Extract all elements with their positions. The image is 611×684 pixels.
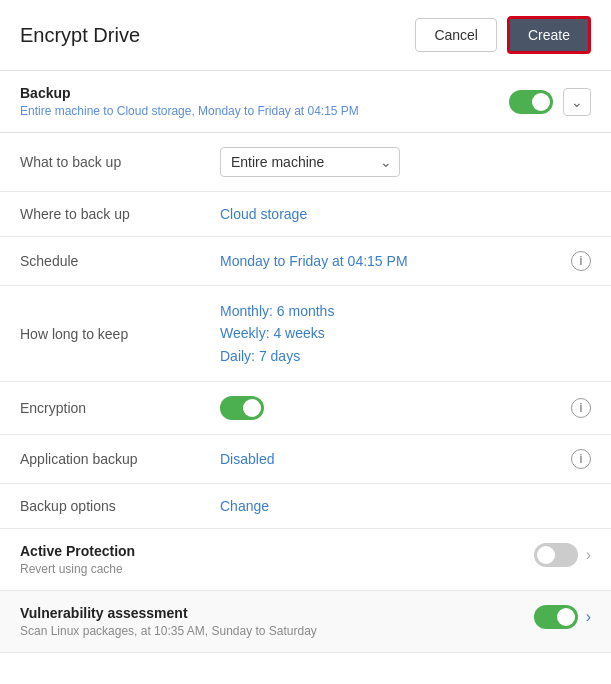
active-protection-chevron-right-icon[interactable]: › xyxy=(586,546,591,564)
active-protection-section: Active Protection Revert using cache › xyxy=(0,529,611,591)
retention-weekly: Weekly: 4 weeks xyxy=(220,322,591,344)
where-to-back-up-label: Where to back up xyxy=(20,206,220,222)
what-to-back-up-label: What to back up xyxy=(20,154,220,170)
active-protection-toggle[interactable] xyxy=(534,543,578,567)
encryption-label: Encryption xyxy=(20,400,220,416)
application-backup-value[interactable]: Disabled xyxy=(220,451,561,467)
backup-title: Backup xyxy=(20,85,359,101)
cancel-button[interactable]: Cancel xyxy=(415,18,497,52)
application-backup-right: Disabled i xyxy=(220,449,591,469)
backup-options-value[interactable]: Change xyxy=(220,498,591,514)
vulnerability-right: › xyxy=(534,605,591,629)
create-button[interactable]: Create xyxy=(507,16,591,54)
encryption-right: i xyxy=(220,396,591,420)
schedule-label: Schedule xyxy=(20,253,220,269)
vulnerability-header: Vulnerability assessment Scan Linux pack… xyxy=(20,605,591,638)
application-backup-row: Application backup Disabled i xyxy=(0,435,611,484)
active-protection-text: Active Protection Revert using cache xyxy=(20,543,135,576)
how-long-to-keep-label: How long to keep xyxy=(20,326,220,342)
header: Encrypt Drive Cancel Create xyxy=(0,0,611,71)
active-protection-header: Active Protection Revert using cache › xyxy=(20,543,591,576)
header-actions: Cancel Create xyxy=(415,16,591,54)
active-protection-title: Active Protection xyxy=(20,543,135,559)
backup-subtitle: Entire machine to Cloud storage, Monday … xyxy=(20,104,359,118)
backup-toggle-slider xyxy=(509,90,553,114)
retention-monthly: Monthly: 6 months xyxy=(220,300,591,322)
application-backup-label: Application backup xyxy=(20,451,220,467)
backup-expand-button[interactable]: ⌄ xyxy=(563,88,591,116)
where-to-back-up-row: Where to back up Cloud storage xyxy=(0,192,611,237)
how-long-to-keep-row: How long to keep Monthly: 6 months Weekl… xyxy=(0,286,611,382)
where-to-back-up-value[interactable]: Cloud storage xyxy=(220,206,591,222)
application-backup-info-icon[interactable]: i xyxy=(571,449,591,469)
active-protection-subtitle: Revert using cache xyxy=(20,562,135,576)
vulnerability-section: Vulnerability assessment Scan Linux pack… xyxy=(0,591,611,653)
vulnerability-subtitle: Scan Linux packages, at 10:35 AM, Sunday… xyxy=(20,624,317,638)
backup-section-left: Backup Entire machine to Cloud storage, … xyxy=(20,85,359,118)
vulnerability-title: Vulnerability assessment xyxy=(20,605,317,621)
what-to-back-up-value: Entire machine Files/Folders System Stat… xyxy=(220,147,591,177)
encryption-toggle[interactable] xyxy=(220,396,264,420)
vulnerability-chevron-right-icon[interactable]: › xyxy=(586,608,591,626)
backup-toggle[interactable] xyxy=(509,90,553,114)
vulnerability-toggle[interactable] xyxy=(534,605,578,629)
schedule-value[interactable]: Monday to Friday at 04:15 PM xyxy=(220,253,561,269)
chevron-down-icon: ⌄ xyxy=(571,94,583,110)
backup-options-row: Backup options Change xyxy=(0,484,611,529)
what-to-back-up-select-wrapper: Entire machine Files/Folders System Stat… xyxy=(220,147,400,177)
schedule-right: Monday to Friday at 04:15 PM i xyxy=(220,251,591,271)
backup-options-label: Backup options xyxy=(20,498,220,514)
what-to-back-up-row: What to back up Entire machine Files/Fol… xyxy=(0,133,611,192)
schedule-info-icon[interactable]: i xyxy=(571,251,591,271)
vulnerability-toggle-slider xyxy=(534,605,578,629)
backup-section: Backup Entire machine to Cloud storage, … xyxy=(0,71,611,133)
vulnerability-text: Vulnerability assessment Scan Linux pack… xyxy=(20,605,317,638)
schedule-row: Schedule Monday to Friday at 04:15 PM i xyxy=(0,237,611,286)
encryption-toggle-slider xyxy=(220,396,264,420)
what-to-back-up-select[interactable]: Entire machine Files/Folders System Stat… xyxy=(220,147,400,177)
active-protection-right: › xyxy=(534,543,591,567)
backup-section-right: ⌄ xyxy=(509,88,591,116)
how-long-to-keep-value: Monthly: 6 months Weekly: 4 weeks Daily:… xyxy=(220,300,591,367)
retention-daily: Daily: 7 days xyxy=(220,345,591,367)
encryption-row: Encryption i xyxy=(0,382,611,435)
encryption-info-icon[interactable]: i xyxy=(571,398,591,418)
page-title: Encrypt Drive xyxy=(20,24,140,47)
active-protection-toggle-slider xyxy=(534,543,578,567)
